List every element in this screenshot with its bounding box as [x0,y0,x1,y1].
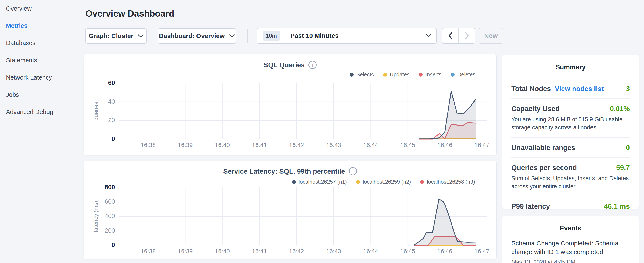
y-axis-tick: 20 [85,117,115,124]
graph-dropdown[interactable]: Graph: Cluster [86,28,147,44]
summary-row-value: 0.01% [610,105,630,113]
summary-row-value: 46.1 ms [604,202,630,210]
event-item-text: Schema Change Completed: Schema change w… [511,239,630,256]
sidebar-item-metrics[interactable]: Metrics [0,17,85,35]
sidebar-item-overview[interactable]: Overview [0,0,85,17]
sql-queries-chart-card: SQL Queries i SelectsUpdatesInsertsDelet… [84,54,497,155]
chart-legend: SelectsUpdatesInsertsDeletes [350,72,476,78]
legend-dot [419,73,423,77]
x-axis-tick: 16:42 [282,142,312,149]
y-axis-tick: 400 [85,212,115,220]
legend-dot [451,73,454,77]
chevron-right-icon[interactable] [459,28,475,43]
summary-row-value: 3 [626,85,630,93]
x-axis-tick: 16:45 [393,248,423,255]
time-range-picker[interactable]: 10m Past 10 Minutes [257,28,437,44]
x-axis-tick: 16:44 [356,142,386,149]
sidebar-item-statements[interactable]: Statements [0,52,85,69]
summary-row-label: Queries per second [511,164,577,171]
legend-label: Inserts [426,72,442,78]
x-axis-tick: 16:46 [430,248,460,255]
chart-title: Service Latency: SQL, 99th percentile i [84,167,496,175]
legend-label: localhost:26257 (n1) [298,179,347,185]
chart-title-text: SQL Queries [264,61,305,69]
info-icon[interactable]: i [308,61,316,69]
view-nodes-list-link[interactable]: View nodes list [555,85,604,93]
summary-row-subtext: You are using 28.6 MiB of 515.9 GiB usab… [511,115,630,132]
legend-item[interactable]: Selects [350,72,374,78]
y-axis-tick: 60 [85,79,115,86]
legend-item[interactable]: localhost:26257 (n1) [292,179,347,185]
legend-item[interactable]: Deletes [451,72,476,78]
graph-dropdown-label: Graph: Cluster [89,32,133,40]
legend-label: Updates [390,72,410,78]
chart-plot-area[interactable] [119,187,487,245]
x-axis-tick: 16:47 [467,142,497,149]
x-axis-tick: 16:41 [244,248,274,255]
x-axis-tick: 16:42 [282,248,312,255]
legend-dot [350,73,354,77]
service-latency-chart-card: Service Latency: SQL, 99th percentile i … [84,161,497,259]
summary-row-value: 0 [626,144,630,152]
sidebar: OverviewMetricsDatabasesStatementsNetwor… [0,0,85,263]
dashboard-dropdown[interactable]: Dashboard: Overview [158,28,236,44]
chart-plot-area[interactable] [119,83,487,139]
y-axis-tick: 0 [85,135,115,142]
legend-label: localhost:26258 (n3) [427,179,475,185]
y-axis-tick: 600 [85,198,115,205]
page-title: Overview Dashboard [86,9,174,19]
summary-row: Queries per second59.7Sum of Selects, Up… [511,158,630,197]
toolbar-divider [247,29,248,43]
chevron-down-icon [426,34,431,37]
overview-dashboard-page: { "sidebar": { "items": [ {"label": "Ove… [0,0,644,263]
chevron-down-icon [138,34,144,38]
x-axis-tick: 16:39 [170,142,200,149]
summary-row-label: Unavailable ranges [511,144,575,151]
now-button[interactable]: Now [478,28,503,44]
x-axis-tick: 16:45 [393,142,423,149]
legend-dot [383,73,387,77]
chart-legend: localhost:26257 (n1)localhost:26259 (n2)… [292,179,475,185]
chart-title-text: Service Latency: SQL, 99th percentile [223,167,345,175]
legend-item[interactable]: Updates [383,72,410,78]
legend-item[interactable]: localhost:26258 (n3) [420,179,475,185]
x-axis-tick: 16:40 [208,142,237,149]
y-axis-tick: 800 [85,184,115,191]
info-icon[interactable]: i [349,167,357,175]
sidebar-item-jobs[interactable]: Jobs [0,86,85,103]
summary-row-label: Capacity Used [511,105,560,113]
legend-dot [356,180,360,184]
legend-item[interactable]: localhost:26259 (n2) [356,179,411,185]
x-axis-tick: 16:43 [319,142,348,149]
time-range-badge: 10m [263,31,280,41]
y-axis-title: queries [92,83,100,139]
summary-row-subtext: Sum of Selects, Updates, Inserts, and De… [511,174,630,191]
time-step-buttons [442,28,475,44]
summary-row: Unavailable ranges0 [511,138,630,158]
chevron-down-icon [229,34,235,38]
x-axis-tick: 16:40 [208,248,237,255]
summary-row: Capacity Used0.01%You are using 28.6 MiB… [511,99,630,138]
x-axis-tick: 16:39 [170,248,200,255]
sidebar-item-network-latency[interactable]: Network Latency [0,69,85,86]
legend-item[interactable]: Inserts [419,72,442,78]
x-axis-tick: 16:46 [430,142,460,149]
legend-label: localhost:26259 (n2) [363,179,411,185]
event-item-timestamp: May 13, 2020 at 4:45 PM [511,259,630,263]
summary-row-value: 59.7 [616,164,630,172]
events-panel: Events Schema Change Completed: Schema c… [502,216,639,263]
summary-row: P99 latency46.1 ms [511,196,630,216]
sidebar-item-advanced-debug[interactable]: Advanced Debug [0,103,85,121]
summary-title: Summary [511,63,630,71]
summary-row: Total NodesView nodes list3 [511,79,630,99]
x-axis-tick: 16:38 [133,142,163,149]
sidebar-item-databases[interactable]: Databases [0,35,85,52]
y-axis-tick: 0 [85,241,115,248]
legend-dot [420,180,424,184]
summary-panel: Summary Total NodesView nodes list3Capac… [502,55,639,209]
summary-rows: Total NodesView nodes list3Capacity Used… [511,79,630,216]
time-range-label: Past 10 Minutes [290,32,339,39]
x-axis-tick: 16:41 [244,142,274,149]
chevron-left-icon[interactable] [442,28,459,43]
chart-title: SQL Queries i [84,61,496,69]
